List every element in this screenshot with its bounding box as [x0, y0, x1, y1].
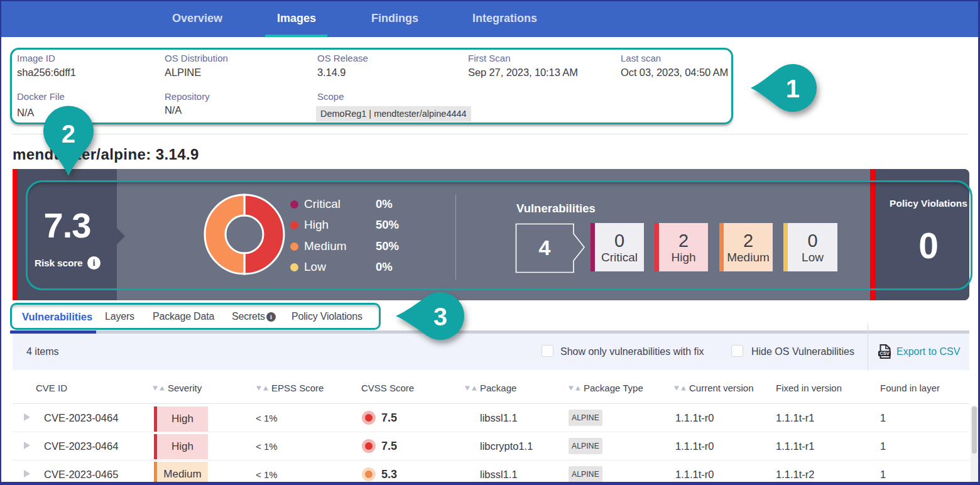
svg-text:3: 3 — [433, 303, 447, 330]
svg-text:2: 2 — [62, 120, 75, 148]
svg-text:1: 1 — [786, 75, 800, 102]
svg-text:CSV: CSV — [879, 351, 889, 356]
